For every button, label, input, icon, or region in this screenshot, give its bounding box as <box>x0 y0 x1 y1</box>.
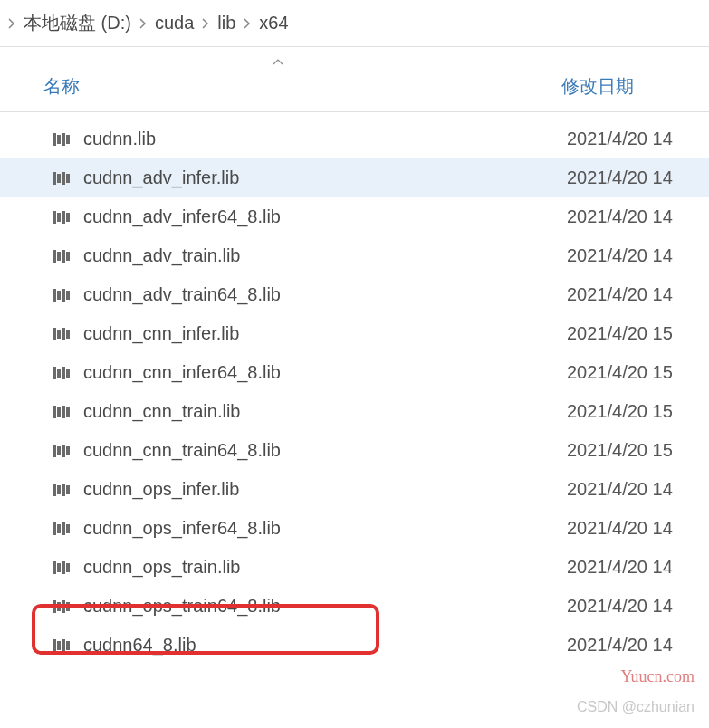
file-row[interactable]: cudnn_adv_infer.lib2021/4/20 14 <box>0 158 709 197</box>
file-name: cudnn64_8.lib <box>83 635 567 656</box>
file-name: cudnn_ops_infer.lib <box>83 479 567 500</box>
file-row[interactable]: cudnn_ops_train64_8.lib2021/4/20 14 <box>0 587 709 626</box>
file-row[interactable]: cudnn.lib2021/4/20 14 <box>0 120 709 158</box>
sort-indicator-icon[interactable] <box>272 53 284 72</box>
lib-file-icon <box>53 405 71 419</box>
file-row[interactable]: cudnn64_8.lib2021/4/20 14 <box>0 626 709 665</box>
lib-file-icon <box>53 210 71 225</box>
file-row[interactable]: cudnn_adv_infer64_8.lib2021/4/20 14 <box>0 197 709 236</box>
breadcrumb-item-cuda[interactable]: cuda <box>155 13 194 34</box>
file-row[interactable]: cudnn_adv_train.lib2021/4/20 14 <box>0 236 709 275</box>
file-date: 2021/4/20 14 <box>567 168 709 188</box>
lib-file-icon <box>53 327 71 341</box>
chevron-right-icon <box>139 17 148 30</box>
file-name: cudnn_cnn_infer.lib <box>83 323 567 344</box>
file-name: cudnn_adv_train.lib <box>83 245 567 266</box>
chevron-right-icon <box>201 17 210 30</box>
file-row[interactable]: cudnn_ops_infer64_8.lib2021/4/20 14 <box>0 509 709 548</box>
lib-file-icon <box>53 132 71 147</box>
watermark-site: Yuucn.com <box>621 667 695 686</box>
lib-file-icon <box>53 288 71 302</box>
chevron-right-icon <box>243 17 252 30</box>
file-date: 2021/4/20 15 <box>567 323 709 344</box>
file-date: 2021/4/20 15 <box>567 440 709 461</box>
file-name: cudnn_cnn_train.lib <box>83 401 567 422</box>
lib-file-icon <box>53 171 71 186</box>
lib-file-icon <box>53 522 71 536</box>
breadcrumb: 本地磁盘 (D:) cuda lib x64 <box>0 0 709 47</box>
file-name: cudnn_adv_infer.lib <box>83 168 567 188</box>
file-row[interactable]: cudnn_ops_train.lib2021/4/20 14 <box>0 548 709 587</box>
breadcrumb-item-lib[interactable]: lib <box>217 13 235 34</box>
file-date: 2021/4/20 14 <box>567 129 709 149</box>
breadcrumb-item-x64[interactable]: x64 <box>259 13 288 34</box>
file-name: cudnn_adv_train64_8.lib <box>83 284 567 305</box>
file-name: cudnn_cnn_infer64_8.lib <box>83 362 567 383</box>
file-name: cudnn_ops_train.lib <box>83 557 567 578</box>
watermark-author: CSDN @czhunian <box>577 699 695 715</box>
file-date: 2021/4/20 14 <box>567 596 709 617</box>
file-date: 2021/4/20 14 <box>567 518 709 539</box>
chevron-right-icon <box>7 17 16 30</box>
file-name: cudnn_adv_infer64_8.lib <box>83 206 567 227</box>
lib-file-icon <box>53 599 71 614</box>
file-name: cudnn_ops_train64_8.lib <box>83 596 567 617</box>
file-row[interactable]: cudnn_cnn_infer.lib2021/4/20 15 <box>0 314 709 353</box>
file-list: cudnn.lib2021/4/20 14cudnn_adv_infer.lib… <box>0 120 709 665</box>
file-date: 2021/4/20 15 <box>567 401 709 422</box>
lib-file-icon <box>53 560 71 575</box>
file-row[interactable]: cudnn_adv_train64_8.lib2021/4/20 14 <box>0 275 709 314</box>
file-name: cudnn_cnn_train64_8.lib <box>83 440 567 461</box>
column-headers: 名称 修改日期 <box>0 54 709 112</box>
column-header-name[interactable]: 名称 <box>0 74 561 99</box>
file-row[interactable]: cudnn_cnn_train.lib2021/4/20 15 <box>0 392 709 431</box>
lib-file-icon <box>53 444 71 458</box>
file-name: cudnn.lib <box>83 129 567 149</box>
breadcrumb-item-drive[interactable]: 本地磁盘 (D:) <box>24 11 131 35</box>
column-header-date[interactable]: 修改日期 <box>561 74 709 99</box>
file-date: 2021/4/20 14 <box>567 635 709 656</box>
file-row[interactable]: cudnn_ops_infer.lib2021/4/20 14 <box>0 470 709 509</box>
lib-file-icon <box>53 249 71 263</box>
lib-file-icon <box>53 638 71 653</box>
lib-file-icon <box>53 483 71 497</box>
file-date: 2021/4/20 14 <box>567 245 709 266</box>
file-row[interactable]: cudnn_cnn_train64_8.lib2021/4/20 15 <box>0 431 709 470</box>
file-date: 2021/4/20 14 <box>567 284 709 305</box>
file-date: 2021/4/20 14 <box>567 206 709 227</box>
file-row[interactable]: cudnn_cnn_infer64_8.lib2021/4/20 15 <box>0 353 709 392</box>
lib-file-icon <box>53 366 71 380</box>
file-date: 2021/4/20 15 <box>567 362 709 383</box>
file-date: 2021/4/20 14 <box>567 479 709 500</box>
file-date: 2021/4/20 14 <box>567 557 709 578</box>
file-name: cudnn_ops_infer64_8.lib <box>83 518 567 539</box>
